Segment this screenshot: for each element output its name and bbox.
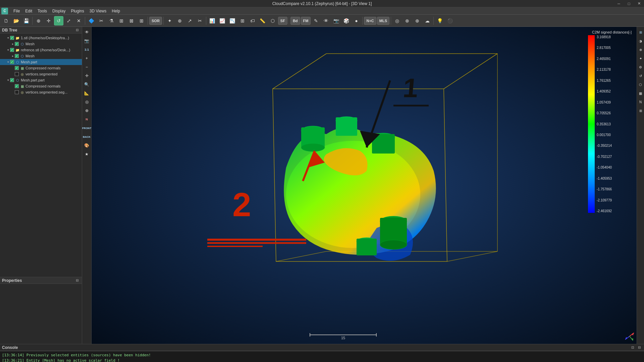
edit2-button[interactable]: ✎	[311, 16, 321, 25]
mls-button[interactable]: MLS	[377, 17, 389, 25]
zoom-button[interactable]: ⤢	[64, 16, 73, 25]
rtool-btn7[interactable]: ⬡	[637, 80, 644, 88]
segment-button[interactable]: 🔷	[87, 16, 96, 25]
register-button[interactable]: ⊞	[137, 16, 146, 25]
open-button[interactable]: 📂	[11, 16, 21, 25]
rotate-button[interactable]: ↺	[54, 16, 63, 25]
rtool-btn3[interactable]: ⊕	[637, 46, 644, 54]
vtool-camera[interactable]: 📷	[83, 37, 91, 45]
vtool-front2[interactable]: FRONT	[83, 124, 91, 132]
vtool-minus[interactable]: −	[83, 63, 91, 71]
align-button[interactable]: ⊠	[127, 16, 136, 25]
sphere-button[interactable]: ●	[352, 16, 361, 25]
menu-plugins[interactable]: Plugins	[68, 8, 87, 14]
checkbox-mesh1[interactable]: ✓	[15, 42, 19, 46]
menu-help[interactable]: Help	[109, 8, 123, 14]
chart2-button[interactable]: 📈	[218, 16, 227, 25]
console-close[interactable]: ⊟	[637, 345, 642, 350]
tree-item-vertices1[interactable]: ◎ vertices.segmented	[0, 71, 82, 77]
segment2-button[interactable]: ◎	[392, 16, 402, 25]
delete-button[interactable]: ✕	[74, 16, 84, 25]
density2-button[interactable]: ⚫	[445, 16, 454, 25]
menu-display[interactable]: Display	[50, 8, 68, 14]
vtool-search[interactable]: 🔍	[83, 80, 91, 88]
sf-button[interactable]: SF	[278, 17, 287, 25]
screenshot-button[interactable]: 📷	[331, 16, 341, 25]
chart-button[interactable]: 📊	[208, 16, 217, 25]
expand-mesh-part-part[interactable]: ▾	[6, 78, 10, 82]
intersect-button[interactable]: ⊗	[402, 16, 412, 25]
expand-mesh2[interactable]: ▸	[11, 54, 15, 58]
console[interactable]: [13:36:14] Previously selected entities …	[0, 351, 644, 362]
3d-view[interactable]: 1 2 C2M signed distances[-] 3.168918 2.8…	[92, 27, 637, 344]
label-button[interactable]: 🏷	[248, 16, 257, 25]
crosshair-button[interactable]: ⊕	[175, 16, 184, 25]
3d-button[interactable]: 🎲	[341, 16, 351, 25]
menu-tools[interactable]: Tools	[35, 8, 50, 14]
vtool-eye[interactable]: 👁	[83, 28, 91, 36]
checkbox-vertices1[interactable]	[15, 72, 19, 76]
grid-button[interactable]: ⊞	[238, 16, 247, 25]
checkbox-mesh2[interactable]: ✓	[15, 54, 19, 58]
view-button[interactable]: 👁	[321, 16, 331, 25]
rtool-btn9[interactable]: N	[637, 98, 644, 106]
rtool-btn2[interactable]: ◑	[637, 37, 644, 45]
expand-mesh-part[interactable]: ▾	[6, 60, 10, 64]
minimize-button[interactable]: ─	[614, 0, 624, 7]
menu-file[interactable]: File	[11, 8, 22, 14]
crop-button[interactable]: ✂	[97, 16, 106, 25]
expand-file2[interactable]: ▾	[6, 48, 10, 52]
menu-edit[interactable]: Edit	[22, 8, 35, 14]
menu-3dviews[interactable]: 3D Views	[87, 8, 109, 14]
tree-item-normals1[interactable]: ✓ ▦ Compressed normals	[0, 65, 82, 71]
mesh-button[interactable]: ⬡	[268, 16, 277, 25]
tree-item-vertices2[interactable]: ◎ vertices.segmented.seg...	[0, 89, 82, 95]
checkbox-file1[interactable]: ✓	[10, 36, 14, 40]
tree-item-file2[interactable]: ▾ ✓ 📁 refrence.stl (/home/so/Desk...)	[0, 47, 82, 53]
fm-button[interactable]: FM	[301, 17, 311, 25]
maximize-button[interactable]: □	[624, 0, 634, 7]
rtool-btn8[interactable]: ▦	[637, 89, 644, 97]
properties-close[interactable]: ⊟	[74, 278, 80, 283]
rtool-btn5[interactable]: ⚙	[637, 63, 644, 71]
ruler-button[interactable]: 📏	[258, 16, 267, 25]
cross-button[interactable]: ✦	[165, 16, 174, 25]
tree-item-mesh2[interactable]: ▸ ✓ ⬡ Mesh	[0, 53, 82, 59]
vtool-eye2[interactable]: ◎	[83, 98, 91, 106]
union-button[interactable]: ⊕	[413, 16, 422, 25]
checkbox-normals1[interactable]: ✓	[15, 66, 19, 70]
tree-item-file1[interactable]: ▾ ✓ 📁 1.stl (/home/so/Desktop/tra...)	[0, 35, 82, 41]
vtool-palette[interactable]: 🎨	[83, 141, 91, 149]
tree-item-mesh1[interactable]: ▸ ✓ ⬡ Mesh	[0, 41, 82, 47]
checkbox-mesh-part-part[interactable]: ✓	[10, 78, 14, 82]
new-button[interactable]: 🗋	[1, 16, 11, 25]
vtool-move[interactable]: ✛	[83, 72, 91, 80]
vtool-color[interactable]: N	[83, 115, 91, 123]
bd-button[interactable]: Bd	[290, 17, 300, 25]
transform-button[interactable]: ⊞	[117, 16, 126, 25]
checkbox-normals2[interactable]: ✓	[15, 84, 19, 88]
rtool-btn6[interactable]: ↺	[637, 72, 644, 80]
tree-item-normals2[interactable]: ✓ ▦ Compressed normals	[0, 83, 82, 89]
tree-item-mesh-part-part[interactable]: ▾ ✓ ⬡ Mesh.part.part	[0, 77, 82, 83]
tree-item-mesh-part[interactable]: ▾ ✓ ⬡ Mesh.part	[0, 59, 82, 65]
db-tree[interactable]: ▾ ✓ 📁 1.stl (/home/so/Desktop/tra...) ▸ …	[0, 34, 82, 277]
cut-button[interactable]: ✂	[195, 16, 205, 25]
nc-button[interactable]: N+C	[364, 17, 376, 25]
expand-mesh1[interactable]: ▸	[11, 42, 15, 46]
checkbox-vertices2[interactable]	[15, 90, 19, 94]
vtool-plus[interactable]: +	[83, 54, 91, 62]
filter-button[interactable]: ⚗	[107, 16, 116, 25]
vtool-measure[interactable]: 📐	[83, 89, 91, 97]
sor-button[interactable]: SOR	[149, 17, 162, 25]
db-tree-close[interactable]: ⊟	[74, 27, 80, 33]
concepts-button[interactable]: 💡	[435, 16, 444, 25]
checkbox-file2[interactable]: ✓	[10, 48, 14, 52]
close-button[interactable]: ✕	[634, 0, 644, 7]
translate-button[interactable]: ✛	[44, 16, 53, 25]
vtool-plus2[interactable]: ⊕	[83, 107, 91, 115]
pick-button[interactable]: ⊕	[34, 16, 43, 25]
vtool-star[interactable]: ★	[83, 150, 91, 158]
arrow-button[interactable]: ↗	[185, 16, 195, 25]
expand-file1[interactable]: ▾	[6, 36, 10, 40]
